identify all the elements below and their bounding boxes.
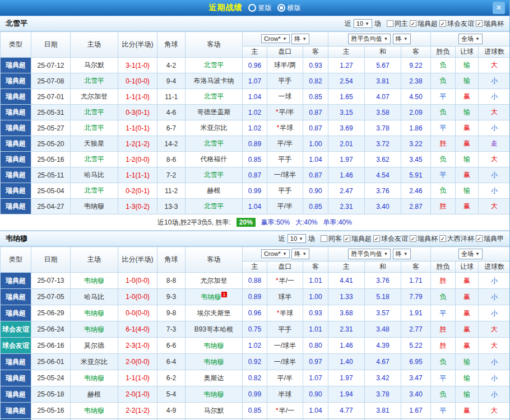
col-euro-home: 主 <box>328 262 365 273</box>
home-team: 莫尔德 <box>71 338 118 354</box>
col-goals-result: 进球数 <box>479 262 510 273</box>
filter-near-label: 近 <box>279 234 285 244</box>
col-wdl: 胜负 <box>431 46 456 58</box>
recent-results-panel: 近期战绩 竖版 横版 ✕ 北雪平 近 10 ▼ 场 同主✓瑞典超✓球会友谊✓瑞典… <box>0 0 510 420</box>
asia-odds-home: 0.89 <box>243 136 267 152</box>
close-icon[interactable]: ✕ <box>493 2 505 14</box>
team-section-header-0: 北雪平 近 10 ▼ 场 同主✓瑞典超✓球会友谊✓瑞典杯 <box>0 16 509 31</box>
corner-score: 11-2 <box>157 183 186 199</box>
col-euro-draw: 和 <box>365 46 401 58</box>
col-corner: 角球 <box>157 247 186 273</box>
matches-table-0: 类型 日期 主场 比分(半场) 角球 客场 Crow*▼ 终▼ 胜平负均值▼ 终… <box>0 31 510 214</box>
col-goals-result: 进球数 <box>479 46 510 58</box>
away-team: 韦纳穆 <box>186 338 243 354</box>
handicap-line: *半球 <box>267 120 303 136</box>
filter-unit-label: 场 <box>374 19 381 29</box>
outcome-handicap: 输 <box>456 105 479 120</box>
asia-odds-home: 1.02 <box>243 338 267 354</box>
radio-label: 横版 <box>288 3 301 13</box>
filter-checkbox[interactable]: ✓瑞典甲 <box>476 234 504 244</box>
summary-bar: 近10场,胜2平3负5, 胜率: 20% 赢率:50% 大:40% 单率:40% <box>0 214 509 231</box>
view-option-vertical[interactable]: 竖版 <box>248 3 272 13</box>
handicap-line: *半球 <box>267 305 303 321</box>
outcome-handicap: 赢 <box>456 321 479 338</box>
euro-avg-select[interactable]: 胜平负均值▼ <box>348 34 391 44</box>
away-team: 北雪平 <box>186 199 243 214</box>
match-row: 球会友谊25-06-24韦纳穆6-1(4-0)7-3B93哥本哈根0.75平手1… <box>1 321 510 338</box>
euro-odds-draw: 3.76 <box>365 273 401 289</box>
euro-odds-home: 1.46 <box>328 167 365 183</box>
scope-select[interactable]: 全场▼ <box>458 249 483 259</box>
result-group: 全场▼ <box>431 32 510 46</box>
corner-score: 6-6 <box>157 338 186 354</box>
filter-checkbox[interactable]: ✓球会友谊 <box>439 19 474 29</box>
col-type: 类型 <box>1 247 31 273</box>
outcome-goals: 小 <box>479 183 510 199</box>
corner-score: 9-3 <box>157 289 186 305</box>
outcome-wdl: 胜 <box>431 199 456 214</box>
home-team: 韦纳穆 <box>71 199 118 214</box>
league-type-cell: 瑞典超 <box>1 120 31 136</box>
filter-checkbox[interactable]: ✓瑞典杯 <box>476 19 504 29</box>
checkbox-icon: ✓ <box>439 235 446 242</box>
filter-checkbox[interactable]: ✓瑞典超 <box>344 234 372 244</box>
handicap-line: *半/一 <box>267 273 303 289</box>
col-handicap: 盘口 <box>267 46 303 58</box>
panel-title: 近期战绩 <box>209 3 243 13</box>
match-count-select[interactable]: 10 ▼ <box>354 19 372 28</box>
filter-checkbox[interactable]: ✓球会友谊 <box>373 234 408 244</box>
home-team: 韦纳穆 <box>71 305 118 321</box>
col-euro-draw: 和 <box>365 262 401 273</box>
filter-checkbox[interactable]: 同客 <box>321 234 342 244</box>
final-score: 1-1(1-0) <box>118 370 157 386</box>
euro-odds-draw: 5.18 <box>365 289 401 305</box>
league-type-cell: 瑞典超 <box>1 136 31 152</box>
filter-checkbox[interactable]: ✓瑞典杯 <box>410 234 438 244</box>
outcome-wdl: 胜 <box>431 338 456 354</box>
final-odds-select[interactable]: 终▼ <box>291 249 309 259</box>
league-type-cell: 瑞典超 <box>1 199 31 214</box>
col-corner: 角球 <box>157 32 186 58</box>
bookmaker-select[interactable]: Crow*▼ <box>261 34 290 43</box>
euro-avg-select[interactable]: 胜平负均值▼ <box>348 249 391 259</box>
outcome-wdl: 胜 <box>431 273 456 289</box>
scope-select[interactable]: 全场▼ <box>458 34 483 44</box>
league-type-cell: 瑞典超 <box>1 403 31 419</box>
filter-checkbox[interactable]: ✓大西洋杯 <box>439 234 474 244</box>
checkbox-icon: ✓ <box>410 20 416 27</box>
bookmaker-select[interactable]: Crow*▼ <box>261 249 290 258</box>
asia-odds-home: 0.96 <box>243 58 267 73</box>
filter-checkbox[interactable]: 同主 <box>387 19 408 29</box>
euro-odds-draw: 3.78 <box>365 386 401 403</box>
final-odds-select[interactable]: 终▼ <box>291 34 309 44</box>
col-asia-away: 客 <box>303 46 328 58</box>
euro-odds-home: 3.15 <box>328 105 365 120</box>
view-option-horizontal[interactable]: 横版 <box>277 3 301 13</box>
outcome-wdl: 平 <box>431 167 456 183</box>
summary-stat: 赢率:50% <box>261 218 290 227</box>
home-team: 北雪平 <box>71 120 118 136</box>
outcome-handicap: 输 <box>456 354 479 370</box>
outcome-handicap: 输 <box>456 183 479 199</box>
euro-odds-away: 3.22 <box>401 136 431 152</box>
match-row: 球会友谊25-06-16莫尔德2-3(1-0)6-6韦纳穆1.02一/球半0.8… <box>1 338 510 354</box>
asia-odds-away: 1.00 <box>303 289 328 305</box>
away-team: 代格福什 <box>186 152 243 167</box>
match-count-select[interactable]: 10 ▼ <box>288 234 306 243</box>
away-team: 北雪平 <box>186 136 243 152</box>
euro-odds-home: 2.31 <box>328 321 365 338</box>
match-row: 瑞典超25-04-27韦纳穆1-3(0-2)13-3北雪平1.04平/半0.85… <box>1 199 510 214</box>
outcome-handicap: 赢 <box>456 120 479 136</box>
handicap-line: 平手 <box>267 73 303 89</box>
filter-checkbox[interactable]: ✓瑞典超 <box>410 19 438 29</box>
match-row: 瑞典超25-06-01米亚尔比2-0(0-0)6-4韦纳穆0.92一/球半0.9… <box>1 354 510 370</box>
match-date: 25-05-16 <box>31 152 71 167</box>
corner-score: 7-3 <box>157 321 186 338</box>
checkbox-icon: ✓ <box>476 235 483 242</box>
final-odds-select[interactable]: 终▼ <box>393 34 411 44</box>
home-team: 哈马比 <box>71 167 118 183</box>
final-odds-select[interactable]: 终▼ <box>393 249 411 259</box>
match-row: 瑞典超25-07-13韦纳穆1-0(0-0)8-8尤尔加登0.88*半/一1.0… <box>1 273 510 289</box>
outcome-wdl: 负 <box>431 152 456 167</box>
match-date: 25-07-05 <box>31 289 71 305</box>
